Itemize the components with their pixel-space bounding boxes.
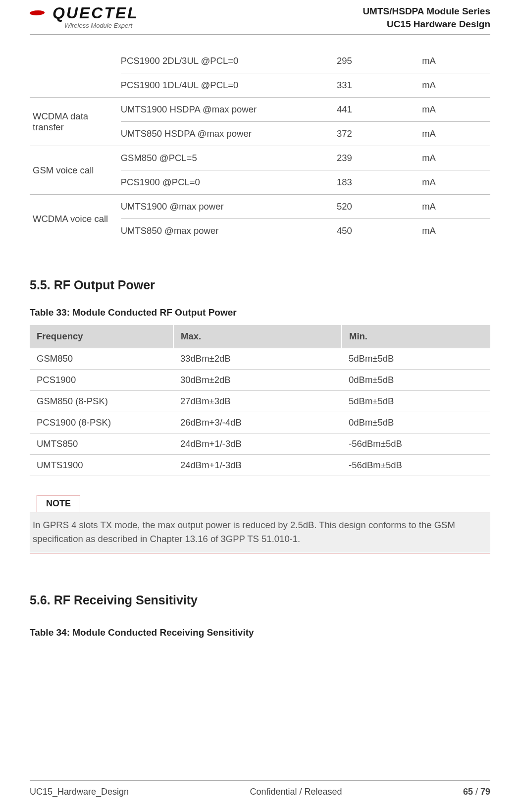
table-row: UMTS85024dBm+1/-3dB-56dBm±5dB — [30, 433, 490, 455]
row-value: 239 — [337, 146, 422, 170]
row-condition: PCS1900 @PCL=0 — [121, 170, 337, 195]
row-value: 450 — [337, 219, 422, 243]
table33-header-max: Max. — [173, 325, 342, 348]
cell-frequency: PCS1900 (8-PSK) — [30, 412, 173, 433]
table-row: GSM voice callGSM850 @PCL=5239mA — [30, 146, 490, 170]
row-value: 441 — [337, 98, 422, 122]
table-row: PCS1900 (8-PSK)26dBm+3/-4dB0dBm±5dB — [30, 412, 490, 433]
cell-min: -56dBm±5dB — [342, 433, 490, 455]
row-value: 520 — [337, 195, 422, 219]
cell-frequency: GSM850 (8-PSK) — [30, 391, 173, 412]
row-value: 183 — [337, 170, 422, 195]
header-doc-title: UMTS/HSDPA Module Series UC15 Hardware D… — [363, 5, 490, 30]
row-condition: UMTS850 @max power — [121, 219, 337, 243]
row-condition: PCS1900 1DL/4UL @PCL=0 — [121, 73, 337, 98]
cell-max: 27dBm±3dB — [173, 391, 342, 412]
current-consumption-table: PCS1900 2DL/3UL @PCL=0295mAPCS1900 1DL/4… — [30, 49, 490, 243]
table-row: WCDMA data transferUMTS1900 HSDPA @max p… — [30, 98, 490, 122]
row-unit: mA — [422, 195, 490, 219]
table-row: GSM85033dBm±2dB5dBm±5dB — [30, 348, 490, 370]
logo-block: QUECTEL Wireless Module Expert — [30, 5, 139, 29]
row-group-label: GSM voice call — [30, 146, 121, 195]
row-unit: mA — [422, 73, 490, 98]
cell-min: 0dBm±5dB — [342, 412, 490, 433]
row-unit: mA — [422, 146, 490, 170]
cell-min: 5dBm±5dB — [342, 348, 490, 370]
table33-header-frequency: Frequency — [30, 325, 173, 348]
row-unit: mA — [422, 122, 490, 146]
cell-max: 24dBm+1/-3dB — [173, 455, 342, 476]
cell-max: 30dBm±2dB — [173, 370, 342, 391]
table-row: WCDMA voice callUMTS1900 @max power520mA — [30, 195, 490, 219]
footer-page-current: 65 — [463, 787, 473, 797]
cell-max: 33dBm±2dB — [173, 348, 342, 370]
row-condition: UMTS850 HSDPA @max power — [121, 122, 337, 146]
page-header: QUECTEL Wireless Module Expert UMTS/HSDP… — [30, 0, 490, 35]
section-heading-56: 5.6. RF Receiving Sensitivity — [30, 593, 490, 607]
row-group-label — [30, 49, 121, 98]
table34-title: Table 34: Module Conducted Receiving Sen… — [30, 627, 490, 638]
note-label: NOTE — [37, 495, 80, 512]
row-value: 331 — [337, 73, 422, 98]
cell-max: 24dBm+1/-3dB — [173, 433, 342, 455]
row-value: 295 — [337, 49, 422, 73]
note-body: In GPRS 4 slots TX mode, the max output … — [30, 512, 490, 553]
cell-frequency: PCS1900 — [30, 370, 173, 391]
table33-title: Table 33: Module Conducted RF Output Pow… — [30, 307, 490, 318]
page-footer: UC15_Hardware_Design Confidential / Rele… — [30, 780, 490, 797]
table-row: PCS190030dBm±2dB0dBm±5dB — [30, 370, 490, 391]
footer-page-sep: / — [473, 787, 480, 797]
logo-text: QUECTEL — [52, 5, 139, 21]
row-unit: mA — [422, 49, 490, 73]
cell-frequency: UMTS850 — [30, 433, 173, 455]
row-condition: PCS1900 2DL/3UL @PCL=0 — [121, 49, 337, 73]
row-condition: UMTS1900 HSDPA @max power — [121, 98, 337, 122]
table-row: UMTS190024dBm+1/-3dB-56dBm±5dB — [30, 455, 490, 476]
cell-min: 0dBm±5dB — [342, 370, 490, 391]
table-row: GSM850 (8-PSK)27dBm±3dB5dBm±5dB — [30, 391, 490, 412]
row-group-label: WCDMA data transfer — [30, 98, 121, 146]
note-block: NOTE In GPRS 4 slots TX mode, the max ou… — [30, 495, 490, 553]
logo: QUECTEL — [30, 5, 139, 21]
row-condition: GSM850 @PCL=5 — [121, 146, 337, 170]
footer-mid: Confidential / Released — [250, 787, 342, 797]
cell-min: -56dBm±5dB — [342, 455, 490, 476]
row-condition: UMTS1900 @max power — [121, 195, 337, 219]
section-heading-55: 5.5. RF Output Power — [30, 278, 490, 292]
row-group-label: WCDMA voice call — [30, 195, 121, 243]
footer-page-number: 65 / 79 — [463, 787, 490, 797]
header-line1: UMTS/HSDPA Module Series — [363, 5, 490, 18]
footer-page-total: 79 — [480, 787, 490, 797]
cell-max: 26dBm+3/-4dB — [173, 412, 342, 433]
logo-subtitle: Wireless Module Expert — [64, 22, 139, 29]
row-unit: mA — [422, 98, 490, 122]
footer-left: UC15_Hardware_Design — [30, 787, 129, 797]
cell-min: 5dBm±5dB — [342, 391, 490, 412]
table-row: PCS1900 2DL/3UL @PCL=0295mA — [30, 49, 490, 73]
row-unit: mA — [422, 170, 490, 195]
cell-frequency: UMTS1900 — [30, 455, 173, 476]
header-line2: UC15 Hardware Design — [363, 18, 490, 31]
row-value: 372 — [337, 122, 422, 146]
logo-swoosh-icon — [30, 8, 50, 17]
rf-output-power-table: Frequency Max. Min. GSM85033dBm±2dB5dBm±… — [30, 325, 490, 476]
table33-header-min: Min. — [342, 325, 490, 348]
cell-frequency: GSM850 — [30, 348, 173, 370]
row-unit: mA — [422, 219, 490, 243]
